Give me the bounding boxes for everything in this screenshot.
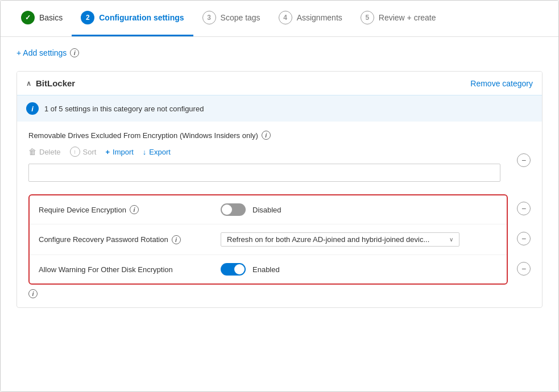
recovery-password-control: Refresh on for both Azure AD-joined and … [221,232,498,247]
removable-drives-info-icon[interactable]: i [262,131,271,140]
import-icon: + [105,148,110,156]
export-icon: ↓ [143,148,147,156]
add-settings-link[interactable]: + Add settings i [16,48,543,57]
delete-button[interactable]: 🗑 Delete [28,147,61,156]
info-banner: i 1 of 5 settings in this category are n… [17,95,542,122]
remove-category-button[interactable]: Remove category [470,79,533,88]
info-banner-text: 1 of 5 settings in this category are not… [44,105,204,113]
allow-warning-minus-button[interactable]: − [517,262,531,276]
allow-warning-toggle-knob [234,264,245,274]
add-settings-info-icon[interactable]: i [70,48,79,57]
tab-basics-label: Basics [39,13,63,22]
recovery-password-info-icon[interactable]: i [172,235,181,244]
tab-basics[interactable]: ✓ Basics [12,1,72,36]
recovery-password-dropdown-value: Refresh on for both Azure AD-joined and … [227,235,429,244]
recovery-password-minus-button[interactable]: − [517,232,531,245]
tab-basics-circle: ✓ [21,11,35,24]
recovery-password-row: Configure Recovery Password Rotation i R… [30,224,507,255]
dropdown-arrow-icon: ∨ [449,236,453,243]
bitlocker-title-label: BitLocker [36,78,75,88]
tab-scope-circle: 3 [202,11,216,24]
tab-assignments[interactable]: 4 Assignments [270,1,351,36]
require-encryption-info-icon[interactable]: i [130,205,139,214]
require-encryption-toggle[interactable] [221,203,246,216]
bitlocker-chevron-icon[interactable]: ∧ [26,80,31,87]
minus-buttons-column: − − − [512,192,531,285]
bottom-info: i [28,289,531,298]
require-encryption-toggle-label: Disabled [252,206,281,214]
allow-warning-toggle-label: Enabled [252,265,280,274]
tab-review-circle: 5 [361,11,374,24]
tab-assignments-label: Assignments [297,13,342,22]
bitlocker-header: ∧ BitLocker Remove category [17,72,542,95]
allow-warning-control: Enabled [221,263,498,276]
require-encryption-row: Require Device Encryption i Disabled [30,195,507,224]
removable-drives-minus-container: − [512,131,531,167]
bottom-info-icon[interactable]: i [28,289,38,298]
tab-review-label: Review + create [379,13,436,22]
removable-drives-label: Removable Drives Excluded From Encryptio… [28,131,508,140]
search-input[interactable] [28,164,500,182]
require-encryption-toggle-knob [222,205,232,215]
add-settings-label: + Add settings [16,48,67,57]
sort-icon: ↕ [70,147,80,157]
tab-configuration-circle: 2 [81,11,94,24]
tab-review[interactable]: 5 Review + create [351,1,445,36]
tab-configuration[interactable]: 2 Configuration settings [72,1,193,36]
recovery-password-label: Configure Recovery Password Rotation i [39,235,221,244]
delete-icon: 🗑 [28,147,36,156]
tab-configuration-label: Configuration settings [99,13,184,22]
removable-drives-content: Removable Drives Excluded From Encryptio… [28,131,508,191]
wizard-tabs: ✓ Basics 2 Configuration settings 3 Scop… [1,1,558,37]
removable-drives-row: Removable Drives Excluded From Encryptio… [28,131,531,191]
info-banner-icon: i [26,102,39,115]
action-bar: 🗑 Delete ↕ Sort + Import [28,147,508,157]
removable-drives-section: Removable Drives Excluded From Encryptio… [17,122,542,307]
configured-settings-group: Require Device Encryption i Disabled [28,194,508,285]
bitlocker-title: ∧ BitLocker [26,78,75,88]
removable-drives-minus-button[interactable]: − [517,153,531,167]
export-button[interactable]: ↓ Export [143,148,171,156]
main-window: ✓ Basics 2 Configuration settings 3 Scop… [0,0,559,392]
tab-scope[interactable]: 3 Scope tags [193,1,270,36]
allow-warning-toggle[interactable] [221,263,246,276]
tab-assignments-circle: 4 [279,11,292,24]
tab-scope-label: Scope tags [221,13,260,22]
import-button[interactable]: + Import [105,148,133,156]
require-encryption-minus-button[interactable]: − [517,202,531,215]
content-area: + Add settings i ∧ BitLocker Remove cate… [1,37,558,391]
recovery-password-dropdown[interactable]: Refresh on for both Azure AD-joined and … [221,232,459,247]
require-encryption-label: Require Device Encryption i [39,205,221,214]
bitlocker-section: ∧ BitLocker Remove category i 1 of 5 set… [16,71,543,308]
allow-warning-label: Allow Warning For Other Disk Encryption [39,265,221,274]
sort-button[interactable]: ↕ Sort [70,147,97,157]
require-encryption-control: Disabled [221,203,498,216]
allow-warning-row: Allow Warning For Other Disk Encryption … [30,255,507,283]
